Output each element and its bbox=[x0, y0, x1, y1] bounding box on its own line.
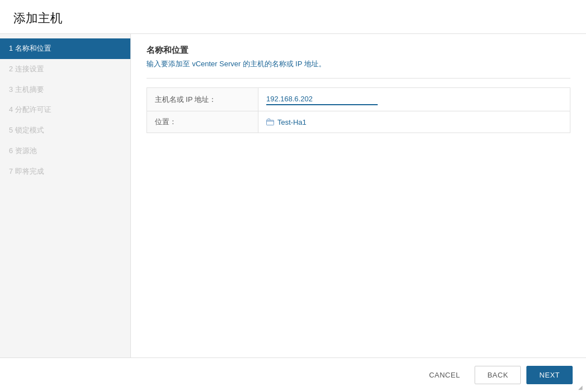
add-host-dialog: 添加主机 1 名称和位置 2 连接设置 3 主机摘要 4 分配许可证 5 锁定模… bbox=[0, 0, 586, 392]
location-label: 位置： bbox=[147, 111, 258, 133]
main-content: 名称和位置 输入要添加至 vCenter Server 的主机的名称或 IP 地… bbox=[131, 34, 586, 357]
dialog-body: 1 名称和位置 2 连接设置 3 主机摘要 4 分配许可证 5 锁定模式 6 资… bbox=[0, 34, 586, 357]
sidebar-item-step4: 4 分配许可证 bbox=[0, 100, 130, 120]
cancel-button[interactable]: CANCEL bbox=[420, 366, 469, 384]
next-button[interactable]: NEXT bbox=[526, 366, 573, 384]
back-button[interactable]: BACK bbox=[475, 366, 521, 384]
dialog-title: 添加主机 bbox=[13, 10, 573, 27]
folder-icon bbox=[266, 118, 274, 126]
dialog-header: 添加主机 bbox=[0, 0, 586, 34]
sidebar-item-step5: 5 锁定模式 bbox=[0, 120, 130, 141]
sidebar-item-step2: 2 连接设置 bbox=[0, 59, 130, 80]
hostname-input[interactable] bbox=[266, 94, 378, 105]
sidebar-item-step7: 7 即将完成 bbox=[0, 161, 130, 182]
location-value: Test-Ha1 bbox=[266, 118, 562, 126]
wizard-sidebar: 1 名称和位置 2 连接设置 3 主机摘要 4 分配许可证 5 锁定模式 6 资… bbox=[0, 34, 131, 357]
section-divider bbox=[146, 78, 570, 79]
section-title: 名称和位置 bbox=[146, 45, 570, 56]
table-row-location: 位置： Test-Ha1 bbox=[147, 111, 570, 133]
location-text: Test-Ha1 bbox=[277, 118, 306, 126]
section-description: 输入要添加至 vCenter Server 的主机的名称或 IP 地址。 bbox=[146, 59, 570, 69]
table-row-hostname: 主机名或 IP 地址： bbox=[147, 88, 570, 111]
hostname-label: 主机名或 IP 地址： bbox=[147, 88, 258, 111]
form-table: 主机名或 IP 地址： 位置： bbox=[146, 87, 570, 133]
resize-handle[interactable]: ◢ bbox=[578, 384, 584, 390]
sidebar-item-step6: 6 资源池 bbox=[0, 141, 130, 161]
dialog-footer: CANCEL BACK NEXT bbox=[0, 357, 586, 392]
location-cell: Test-Ha1 bbox=[258, 111, 570, 133]
sidebar-item-step1[interactable]: 1 名称和位置 bbox=[0, 38, 130, 59]
hostname-cell bbox=[258, 88, 570, 111]
sidebar-item-step3: 3 主机摘要 bbox=[0, 80, 130, 100]
